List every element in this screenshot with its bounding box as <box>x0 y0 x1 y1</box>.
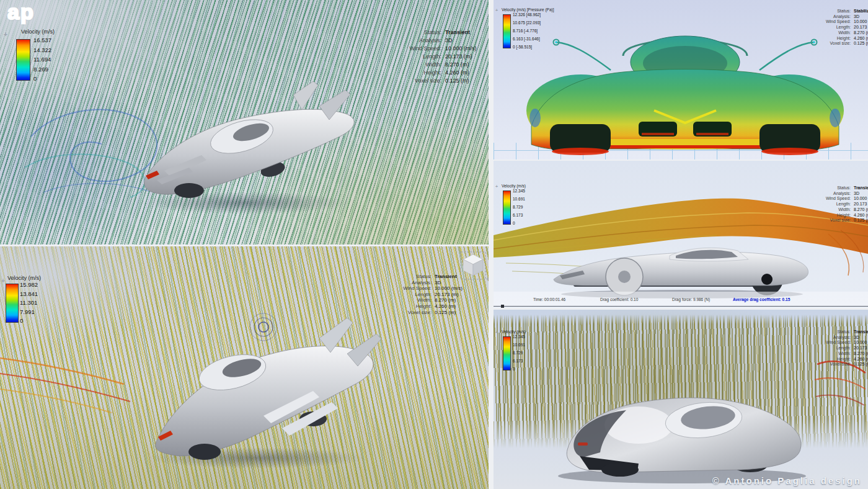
status-label: Width: <box>838 207 851 213</box>
status-value: 3D <box>854 335 868 341</box>
status-value: Transient <box>854 186 868 191</box>
legend-value: 7.991 <box>20 308 38 315</box>
mirror-antenna-left <box>556 42 611 70</box>
legend-move-icon[interactable]: + <box>495 330 498 334</box>
simulation-status-panel: Status:Transient Analysis:3D Wind Speed:… <box>371 274 489 315</box>
status-value: Transient <box>445 29 489 37</box>
legend-value: 8.729 <box>513 205 525 209</box>
legend-value: 10.675 [22.093] <box>513 20 541 25</box>
status-label: Status: <box>837 330 851 335</box>
simulation-info-bar: Time: 00:00:01.46 Drag coefficient: 0.10… <box>494 292 868 307</box>
simulation-status-panel: Status:Transient Analysis:3D Wind Speed:… <box>797 330 868 367</box>
time-readout: Time: 00:00:01.46 <box>533 297 565 302</box>
status-label: Analysis: <box>833 191 851 197</box>
car-render-perspective <box>127 78 375 227</box>
legend-values: 16.537 14.322 11.694 8.269 0 <box>33 37 51 82</box>
timeline-track[interactable] <box>494 306 868 307</box>
legend-value: 12.326 [48.962] <box>513 12 541 17</box>
status-value: 8.270 (m) <box>854 207 868 213</box>
legend-value: 6.173 <box>513 359 525 363</box>
car-render-rear-perspective <box>546 363 831 487</box>
legend-value: 12.345 <box>513 334 525 339</box>
legend-move-icon[interactable]: + <box>4 31 7 38</box>
simulation-status-panel: Status:Stabilized Analysis:3D Wind Speed… <box>797 9 868 47</box>
viewport-side-streamlines[interactable]: + Velocity (m/s) 12.345 10.691 8.729 6.1… <box>494 161 868 308</box>
intake-glow-red <box>642 133 674 135</box>
status-label: Voxel size: <box>830 41 851 47</box>
status-value: Stabilized <box>854 9 868 14</box>
legend-value: 10.691 <box>513 197 525 201</box>
status-value: 4.260 (m) <box>435 303 489 310</box>
status-label: Wind Speed: <box>826 340 851 346</box>
legend-move-icon[interactable]: + <box>1 277 5 284</box>
car-shadow <box>141 192 349 214</box>
status-label: Length: <box>836 25 851 30</box>
status-label: Analysis: <box>833 14 851 20</box>
status-value: 0.125 (m) <box>854 41 868 47</box>
status-label: Status: <box>837 186 851 191</box>
viewport-perspective-streamlines[interactable]: + Velocity (m/s) 16.537 14.322 11.694 8.… <box>0 0 489 244</box>
status-value: 10.000 (m/s) <box>435 285 489 292</box>
status-value: 20.173 (m) <box>854 202 868 207</box>
legend-value: 8.269 <box>33 66 51 73</box>
edge-accent-blue-left <box>529 109 541 127</box>
status-label: Wind Speed: <box>826 196 851 202</box>
simulation-status-panel: Status:Transient Analysis:3D Wind Speed:… <box>372 29 489 85</box>
front-wheel <box>174 183 204 198</box>
status-label: Voxel size: <box>830 218 851 223</box>
status-label: Analysis: <box>833 335 851 341</box>
haunch-highlight <box>604 406 673 444</box>
status-value: 8.270 (m) <box>854 351 868 357</box>
legend-values: 12.345 10.691 8.729 6.173 0 <box>513 334 525 371</box>
velocity-legend: + Velocity (m/s) 12.345 10.691 8.729 6.1… <box>495 330 564 379</box>
status-value: 3D <box>854 14 868 20</box>
legend-value: 0 <box>513 367 525 371</box>
status-label: Voxel size: <box>415 77 441 85</box>
status-value: 3D <box>854 191 868 197</box>
legend-title: Velocity (m/s) [Pressure (Pa)] <box>502 7 554 12</box>
status-value: 0.125 (m) <box>435 310 489 316</box>
viewport-top-streamlines[interactable]: + + Velocity (m/s) 15.982 13.841 11.301 … <box>0 246 489 489</box>
status-value: 10.000 (m/s) <box>854 19 868 25</box>
legend-move-icon[interactable]: + <box>495 184 498 189</box>
front-wheel-hub <box>618 271 631 283</box>
velocity-legend: + Velocity (m/s) 16.537 14.322 11.694 8.… <box>4 29 97 91</box>
colorbar-gradient <box>503 14 511 48</box>
legend-value: 16.537 <box>33 37 51 43</box>
simulation-status-panel: Status:Transient Analysis:3D Wind Speed:… <box>797 186 868 223</box>
legend-move-icon[interactable]: + <box>495 8 498 12</box>
status-value: 8.270 (m) <box>435 297 489 303</box>
status-label: Width: <box>425 61 441 69</box>
legend-title: Velocity (m/s) <box>21 29 55 35</box>
status-value: Transient <box>854 330 868 335</box>
status-label: Width: <box>838 30 851 36</box>
status-value: 4.260 (m) <box>445 69 489 77</box>
timeline-scrubber[interactable] <box>494 305 868 307</box>
edge-accent-blue-right <box>830 109 841 127</box>
wheel-contact-glow-right <box>761 148 818 155</box>
legend-value: 0 <box>33 75 51 82</box>
legend-value: 12.345 <box>513 189 525 193</box>
legend-value: 0 <box>20 317 38 324</box>
status-label: Width: <box>838 351 851 357</box>
status-label: Status: <box>837 9 851 14</box>
legend-value: 10.691 <box>513 343 525 347</box>
status-label: Wind Speed: <box>409 45 441 53</box>
splitter-lip-red <box>611 145 760 148</box>
status-value: 8.270 (m) <box>854 30 868 36</box>
drag-coefficient-readout: Drag coefficient: 0.10 <box>600 297 638 302</box>
status-label: Wind Speed: <box>403 285 432 292</box>
status-label: Length: <box>836 346 851 351</box>
status-label: Voxel size: <box>408 310 432 316</box>
timeline-marker[interactable] <box>501 305 504 308</box>
status-label: Length: <box>836 202 851 207</box>
viewport-rear-streamlines[interactable]: + Velocity (m/s) 12.345 10.691 8.729 6.1… <box>494 310 868 489</box>
status-value: 4.260 (m) <box>854 36 868 42</box>
legend-value: 0 <box>513 221 525 225</box>
velocity-legend: + Velocity (m/s) 12.345 10.691 8.729 6.1… <box>495 184 564 233</box>
status-value: 0.125 (m) <box>854 218 868 223</box>
viewport-front-pressure[interactable]: + Velocity (m/s) [Pressure (Pa)] 12.326 … <box>494 0 868 159</box>
status-value: 20.173 (m) <box>854 346 868 351</box>
status-label: Height: <box>837 213 851 218</box>
status-label: Wind Speed: <box>826 19 851 25</box>
